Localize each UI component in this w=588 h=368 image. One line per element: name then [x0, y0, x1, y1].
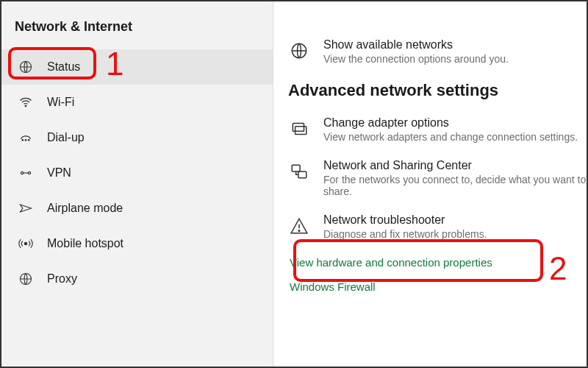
- option-title: Network troubleshooter: [323, 213, 587, 227]
- sidebar-item-label: Mobile hotspot: [47, 237, 123, 250]
- svg-point-1: [25, 105, 26, 107]
- section-heading-advanced: Advanced network settings: [288, 81, 587, 100]
- sidebar-item-label: Wi-Fi: [47, 96, 74, 109]
- option-sharing[interactable]: Network and Sharing Center For the netwo…: [288, 159, 587, 197]
- option-desc: For the networks you connect to, decide …: [323, 174, 587, 197]
- sidebar-item-label: Dial-up: [47, 131, 85, 144]
- svg-point-5: [21, 171, 23, 174]
- sidebar-item-status[interactable]: Status: [1, 49, 273, 85]
- svg-rect-12: [292, 165, 300, 171]
- svg-rect-11: [295, 127, 306, 135]
- option-desc: Diagnose and fix network problems.: [323, 228, 587, 240]
- globe-icon: [18, 59, 34, 75]
- svg-point-7: [24, 242, 26, 244]
- svg-rect-10: [293, 123, 304, 131]
- sidebar-item-dialup[interactable]: Dial-up: [1, 120, 273, 155]
- option-desc: View the connection options around you.: [323, 53, 587, 65]
- option-adapter[interactable]: Change adapter options View network adap…: [288, 116, 587, 143]
- main-panel: Show available networks View the connect…: [273, 1, 587, 367]
- option-title: Change adapter options: [323, 116, 587, 130]
- wifi-icon: [18, 94, 34, 110]
- sidebar-item-vpn[interactable]: VPN: [1, 155, 273, 191]
- link-hardware-properties[interactable]: View hardware and connection properties: [290, 256, 587, 269]
- svg-point-6: [28, 171, 30, 174]
- hotspot-icon: [18, 236, 34, 252]
- sidebar-title: Network & Internet: [1, 19, 273, 49]
- vpn-icon: [18, 165, 34, 181]
- dialup-icon: [18, 130, 34, 146]
- sidebar-item-label: VPN: [47, 166, 71, 180]
- airplane-icon: [18, 200, 34, 216]
- sidebar-item-label: Status: [47, 60, 80, 74]
- svg-point-4: [28, 140, 29, 141]
- globe-icon: [288, 40, 310, 62]
- adapter-icon: [288, 118, 310, 140]
- svg-point-3: [25, 140, 26, 141]
- warning-icon: [288, 215, 310, 237]
- option-troubleshooter[interactable]: Network troubleshooter Diagnose and fix …: [288, 213, 587, 240]
- option-desc: View network adapters and change connect…: [323, 131, 587, 143]
- option-show-available[interactable]: Show available networks View the connect…: [288, 38, 587, 65]
- sidebar-item-proxy[interactable]: Proxy: [1, 261, 273, 297]
- option-title: Network and Sharing Center: [323, 159, 587, 172]
- settings-sidebar: Network & Internet Status Wi-Fi Dial-up …: [1, 1, 273, 367]
- link-windows-firewall[interactable]: Windows Firewall: [290, 280, 587, 293]
- sharing-icon: [288, 160, 310, 183]
- svg-point-2: [22, 140, 24, 141]
- sidebar-item-wifi[interactable]: Wi-Fi: [1, 85, 273, 120]
- svg-rect-13: [298, 171, 306, 178]
- sidebar-item-airplane[interactable]: Airplane mode: [1, 191, 273, 226]
- sidebar-item-label: Proxy: [47, 272, 77, 286]
- globe-icon: [18, 271, 34, 287]
- sidebar-item-label: Airplane mode: [47, 202, 123, 215]
- sidebar-item-hotspot[interactable]: Mobile hotspot: [1, 226, 273, 261]
- svg-point-15: [298, 230, 300, 232]
- option-title: Show available networks: [323, 38, 587, 52]
